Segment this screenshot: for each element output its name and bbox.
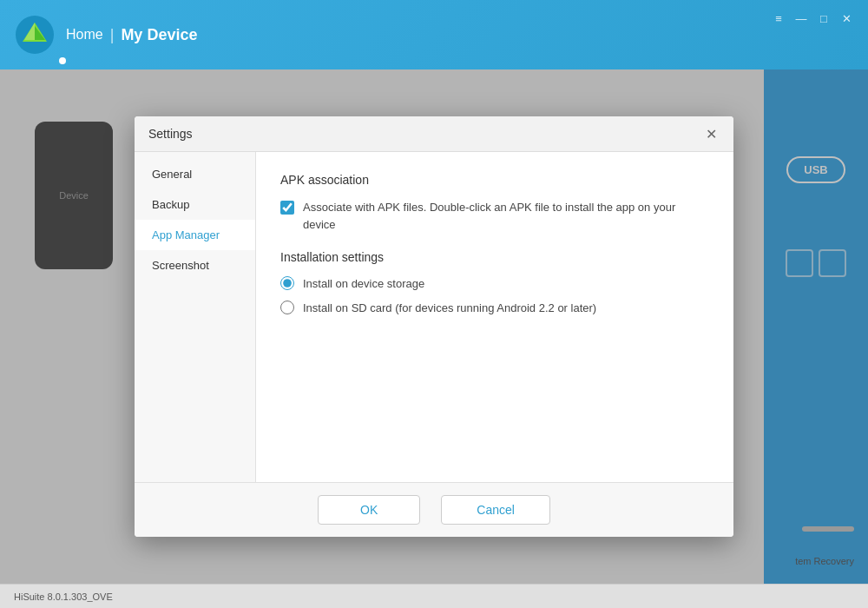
main-area: Device USB tem Recovery Settings ✕ Gener… (0, 69, 868, 584)
settings-nav: General Backup App Manager Screenshot (135, 152, 256, 482)
nav-item-backup[interactable]: Backup (135, 189, 255, 220)
nav-item-app-manager[interactable]: App Manager (135, 220, 255, 250)
radio-device-storage[interactable] (280, 276, 294, 290)
radio-sd-card[interactable] (280, 301, 294, 314)
apk-checkbox-row: Associate with APK files. Double-click a… (280, 199, 709, 233)
dialog-footer: OK Cancel (135, 482, 733, 537)
ok-button[interactable]: OK (318, 495, 420, 525)
home-nav[interactable]: Home (66, 27, 103, 43)
dialog-titlebar: Settings ✕ (135, 116, 733, 152)
radio-sd-label: Install on SD card (for devices running … (303, 301, 596, 314)
dialog-title: Settings (148, 127, 193, 141)
apk-checkbox[interactable] (280, 201, 294, 215)
nav-separator: | (110, 26, 115, 44)
titlebar: Home | My Device ≡ — □ ✕ (0, 0, 868, 69)
maximize-button[interactable]: □ (816, 10, 832, 26)
close-button[interactable]: ✕ (838, 10, 854, 26)
window-controls: ≡ — □ ✕ (771, 10, 854, 26)
install-section-title: Installation settings (280, 250, 709, 264)
nav-indicator-dot (59, 57, 66, 64)
statusbar: HiSuite 8.0.1.303_OVE (0, 584, 868, 608)
settings-dialog: Settings ✕ General Backup App Manager Sc… (135, 116, 733, 537)
apk-section-title: APK association (280, 173, 709, 187)
radio-row-device: Install on device storage (280, 276, 709, 290)
statusbar-text: HiSuite 8.0.1.303_OVE (14, 591, 113, 602)
nav-item-screenshot[interactable]: Screenshot (135, 250, 255, 281)
radio-row-sd: Install on SD card (for devices running … (280, 301, 709, 314)
minimize-button[interactable]: — (793, 10, 809, 26)
menu-button[interactable]: ≡ (771, 10, 786, 26)
app-logo (14, 14, 56, 56)
mydevice-nav[interactable]: My Device (121, 26, 197, 44)
dialog-body: General Backup App Manager Screenshot AP… (135, 152, 733, 482)
dialog-close-button[interactable]: ✕ (702, 125, 720, 142)
cancel-button[interactable]: Cancel (441, 495, 550, 525)
dialog-content: APK association Associate with APK files… (256, 152, 733, 482)
nav-item-general[interactable]: General (135, 159, 255, 189)
apk-checkbox-label: Associate with APK files. Double-click a… (303, 199, 709, 233)
radio-device-label: Install on device storage (303, 277, 424, 290)
